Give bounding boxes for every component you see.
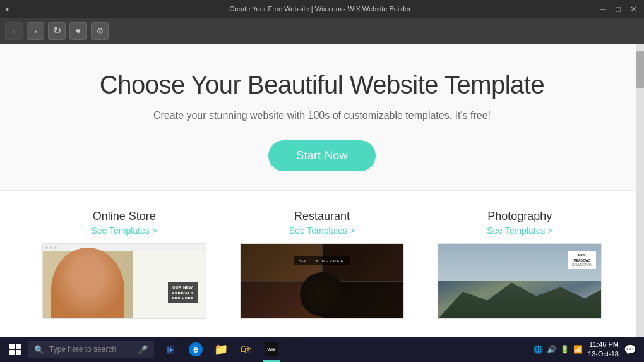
start-now-button[interactable]: Start Now: [268, 140, 376, 171]
photography-title: Photography: [438, 210, 602, 223]
photo-card: NICK MEADOWS COLLECTION: [568, 251, 596, 269]
templates-section: Online Store See Templates > OUR NEWARRI…: [0, 191, 644, 337]
network-icon: 🌐: [534, 345, 543, 354]
refresh-button[interactable]: ↻: [48, 22, 66, 40]
forward-button[interactable]: ›: [27, 22, 44, 40]
hero-section: Choose Your Beautiful Website Template C…: [0, 44, 644, 191]
favorite-button[interactable]: ♥: [69, 22, 87, 40]
windows-logo: [9, 344, 21, 355]
battery-icon: 🔋: [560, 345, 569, 354]
photography-category: Photography See Templates > NICK MEADOWS…: [438, 210, 602, 330]
folder-icon: 📁: [214, 342, 228, 356]
title-bar: ● Create Your Free Website | Wix.com - W…: [0, 0, 644, 18]
online-store-link[interactable]: See Templates >: [42, 226, 206, 236]
search-icon: 🔍: [34, 345, 44, 354]
hero-title: Choose Your Beautiful Website Template: [13, 69, 631, 100]
online-store-category: Online Store See Templates > OUR NEWARRI…: [42, 210, 206, 330]
scrollbar-thumb[interactable]: [636, 51, 644, 88]
store-preview-text: OUR NEWARRIVALSARE HERE: [168, 282, 198, 303]
online-store-title: Online Store: [42, 210, 206, 223]
bag-icon: 🛍: [241, 343, 252, 356]
window-controls: ─ □ ✕: [597, 3, 639, 15]
search-placeholder: Type here to search: [49, 345, 116, 354]
close-button[interactable]: ✕: [628, 3, 639, 15]
edge-icon[interactable]: e: [184, 337, 207, 362]
taskbar-search-bar[interactable]: 🔍 Type here to search 🎤: [28, 341, 154, 358]
wix-page: Choose Your Beautiful Website Template C…: [0, 44, 644, 337]
back-button[interactable]: ‹: [5, 22, 23, 40]
restaurant-badge: SALT & PEPPER: [294, 256, 350, 265]
volume-icon: 🔊: [547, 345, 556, 354]
online-store-preview: OUR NEWARRIVALSARE HERE: [42, 243, 206, 319]
clock-date: 13-Oct-18: [588, 349, 619, 359]
taskbar-clock[interactable]: 11:46 PM 13-Oct-18: [588, 340, 619, 359]
wix-logo: WiX: [265, 342, 278, 356]
browser-content: Choose Your Beautiful Website Template C…: [0, 44, 644, 337]
clock-time: 11:46 PM: [588, 340, 619, 349]
task-view-button[interactable]: ⊞: [159, 337, 182, 362]
restaurant-link[interactable]: See Templates >: [240, 226, 404, 236]
taskbar: 🔍 Type here to search 🎤 ⊞ e 📁 🛍 WiX 🌐 🔊 …: [0, 337, 644, 362]
wifi-icon: 📶: [573, 345, 583, 354]
window-title: Create Your Free Website | Wix.com - WiX…: [43, 5, 597, 13]
system-tray-icons: 🌐 🔊 🔋 📶: [534, 345, 583, 354]
taskbar-right: 🌐 🔊 🔋 📶 11:46 PM 13-Oct-18 💬: [534, 340, 641, 359]
microphone-icon: 🎤: [138, 345, 148, 354]
maximize-button[interactable]: □: [612, 3, 624, 15]
nav-bar: ‹ › ↻ ♥ ⚙: [0, 18, 644, 44]
photo-card-text: NICK MEADOWS: [569, 253, 594, 263]
photography-preview: NICK MEADOWS COLLECTION: [438, 243, 602, 319]
settings-button[interactable]: ⚙: [91, 22, 109, 40]
wix-icon[interactable]: WiX: [260, 337, 283, 362]
photo-card-subtext: COLLECTION: [569, 263, 594, 267]
edge-logo: e: [189, 342, 203, 356]
store-icon[interactable]: 🛍: [235, 337, 258, 362]
restaurant-title: Restaurant: [240, 210, 404, 223]
restaurant-category: Restaurant See Templates >: [240, 210, 404, 330]
hero-subtitle: Create your stunning website with 100s o…: [13, 110, 631, 121]
file-explorer-icon[interactable]: 📁: [210, 337, 232, 362]
scrollbar[interactable]: [636, 44, 644, 337]
photography-link[interactable]: See Templates >: [438, 226, 602, 236]
minimize-button[interactable]: ─: [597, 3, 609, 15]
taskbar-app-icons: ⊞ e 📁 🛍 WiX: [159, 337, 283, 362]
task-view-icon: ⊞: [167, 344, 175, 356]
notification-icon[interactable]: 💬: [624, 344, 636, 356]
start-button[interactable]: [3, 337, 28, 362]
restaurant-preview: SALT & PEPPER: [240, 243, 404, 319]
